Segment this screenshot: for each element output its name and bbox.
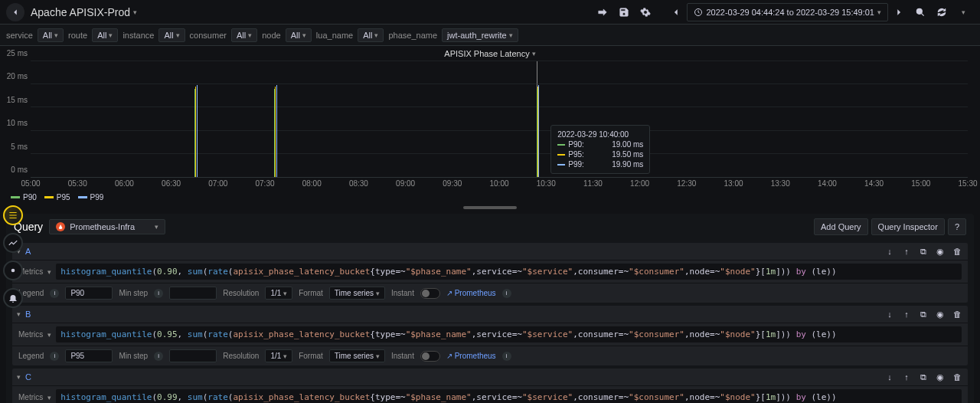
move-down-icon[interactable]: ↓: [884, 371, 896, 383]
datasource-picker[interactable]: Prometheus-Infra ▾: [49, 219, 165, 234]
query-expr[interactable]: histogram_quantile(0.99, sum(rate(apisix…: [56, 389, 962, 403]
dashboard-title[interactable]: Apache APISIX-Prod▾: [31, 6, 137, 18]
side-transform-icon[interactable]: [3, 233, 23, 253]
var-value-phase_name[interactable]: jwt-auth_rewrite▾: [442, 28, 518, 42]
side-bell-icon[interactable]: [3, 288, 23, 308]
move-up-icon[interactable]: ↑: [900, 308, 913, 320]
copy-icon[interactable]: ⧉: [917, 371, 929, 383]
y-tick: 0 ms: [11, 165, 28, 174]
time-range-picker[interactable]: 2022-03-29 04:44:24 to 2022-03-29 15:49:…: [687, 3, 888, 21]
resolution-select[interactable]: 1/1 ▾: [265, 287, 292, 300]
trash-icon[interactable]: 🗑: [951, 308, 963, 320]
save-icon[interactable]: [613, 2, 635, 23]
x-tick: 07:00: [208, 179, 227, 188]
move-up-icon[interactable]: ↑: [900, 245, 913, 257]
format-select[interactable]: Time series ▾: [329, 287, 385, 300]
x-tick: 12:00: [630, 179, 649, 188]
legend-P90[interactable]: P90: [11, 193, 37, 202]
share-icon[interactable]: [592, 2, 613, 23]
legend-P99[interactable]: P99: [78, 193, 104, 202]
move-down-icon[interactable]: ↓: [884, 245, 896, 257]
minstep-input[interactable]: [169, 349, 217, 362]
eye-icon[interactable]: ◉: [934, 308, 946, 320]
var-value-service[interactable]: All▾: [38, 28, 64, 42]
x-tick: 10:00: [489, 179, 508, 188]
legend-input[interactable]: [65, 287, 113, 300]
panel-title[interactable]: APISIX Phase Latency▾: [0, 46, 980, 61]
refresh-icon[interactable]: [931, 2, 952, 23]
collapse-icon[interactable]: ▾: [17, 310, 21, 318]
x-tick: 08:00: [302, 179, 322, 188]
scrollbar[interactable]: [463, 206, 517, 209]
trash-icon[interactable]: 🗑: [951, 245, 963, 257]
x-tick: 14:00: [818, 179, 837, 188]
var-label-lua_name: lua_name: [316, 31, 353, 40]
time-next-icon[interactable]: [888, 2, 910, 23]
spike-P99: [538, 85, 539, 177]
move-up-icon[interactable]: ↑: [900, 371, 913, 383]
var-label-instance: instance: [122, 31, 154, 40]
query-row-C: ▾C↓↑⧉◉🗑Metrics▾histogram_quantile(0.99, …: [12, 369, 968, 403]
chevron-down-icon[interactable]: ▾: [47, 331, 51, 339]
resolution-select[interactable]: 1/1 ▾: [265, 349, 292, 362]
refresh-dropdown-icon[interactable]: ▾: [952, 2, 974, 23]
legend-P95[interactable]: P95: [44, 193, 70, 202]
side-alert-icon[interactable]: [3, 260, 23, 280]
spike-P99: [197, 85, 198, 177]
info-icon[interactable]: i: [154, 289, 163, 298]
prometheus-link[interactable]: ↗ Prometheus: [446, 289, 496, 297]
var-label-service: service: [6, 31, 33, 40]
var-value-instance[interactable]: All▾: [158, 28, 185, 42]
instant-toggle[interactable]: [420, 288, 440, 299]
prometheus-icon: [56, 222, 65, 231]
info-icon[interactable]: i: [50, 289, 59, 298]
info-icon[interactable]: i: [502, 352, 511, 361]
var-label-route: route: [68, 31, 87, 40]
move-down-icon[interactable]: ↓: [884, 308, 896, 320]
query-row-B: ▾B↓↑⧉◉🗑Metrics▾histogram_quantile(0.95, …: [12, 306, 968, 365]
var-value-node[interactable]: All▾: [286, 28, 312, 42]
y-tick: 5 ms: [11, 142, 28, 150]
query-expr[interactable]: histogram_quantile(0.95, sum(rate(apisix…: [56, 326, 962, 342]
minstep-input[interactable]: [169, 287, 217, 300]
back-button[interactable]: [6, 3, 24, 21]
info-icon[interactable]: i: [154, 352, 163, 361]
x-tick: 12:30: [677, 179, 696, 188]
chart[interactable]: 0 ms5 ms10 ms15 ms20 ms25 ms 2022-03-29 …: [6, 61, 974, 192]
time-prev-icon[interactable]: [665, 2, 687, 23]
format-select[interactable]: Time series ▾: [329, 349, 385, 362]
info-icon[interactable]: i: [50, 352, 59, 361]
x-tick: 06:30: [162, 179, 181, 188]
var-value-route[interactable]: All▾: [92, 28, 118, 42]
collapse-icon[interactable]: ▾: [17, 373, 21, 381]
zoom-out-icon[interactable]: [910, 2, 931, 23]
eye-icon[interactable]: ◉: [934, 245, 946, 257]
query-inspector-button[interactable]: Query Inspector: [871, 218, 945, 235]
var-value-consumer[interactable]: All▾: [231, 28, 257, 42]
spike-P99: [276, 85, 277, 177]
var-value-lua_name[interactable]: All▾: [358, 28, 384, 42]
x-tick: 14:30: [864, 179, 884, 188]
copy-icon[interactable]: ⧉: [917, 308, 929, 320]
y-tick: 10 ms: [7, 119, 28, 127]
var-label-node: node: [262, 31, 280, 40]
query-help-button[interactable]: ?: [948, 218, 966, 235]
copy-icon[interactable]: ⧉: [917, 245, 929, 257]
chevron-down-icon[interactable]: ▾: [47, 268, 51, 276]
eye-icon[interactable]: ◉: [934, 371, 946, 383]
x-tick: 15:30: [958, 179, 977, 188]
query-expr[interactable]: histogram_quantile(0.90, sum(rate(apisix…: [56, 264, 962, 280]
var-label-phase_name: phase_name: [388, 31, 437, 40]
legend-input[interactable]: [65, 349, 113, 362]
add-query-button[interactable]: Add Query: [814, 218, 868, 235]
y-tick: 15 ms: [7, 95, 28, 103]
x-tick: 05:00: [21, 179, 40, 188]
side-queries-icon[interactable]: [3, 205, 23, 225]
query-id: B: [25, 310, 31, 319]
settings-icon[interactable]: [635, 2, 656, 23]
info-icon[interactable]: i: [502, 289, 511, 298]
instant-toggle[interactable]: [420, 351, 440, 362]
prometheus-link[interactable]: ↗ Prometheus: [446, 352, 496, 360]
chevron-down-icon[interactable]: ▾: [47, 394, 51, 401]
trash-icon[interactable]: 🗑: [951, 371, 963, 383]
